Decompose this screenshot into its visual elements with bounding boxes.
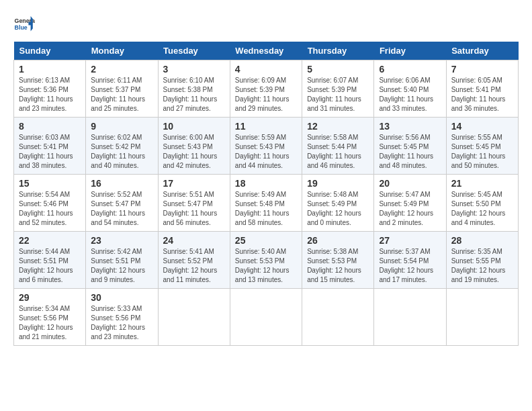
day-cell-24: 24Sunrise: 5:41 AMSunset: 5:52 PMDayligh… — [158, 232, 230, 289]
day-number: 4 — [235, 64, 297, 75]
day-info: Sunrise: 6:13 AMSunset: 5:36 PMDaylight:… — [19, 76, 81, 113]
day-info: Sunrise: 6:11 AMSunset: 5:37 PMDaylight:… — [91, 76, 152, 113]
day-number: 28 — [451, 235, 513, 246]
day-number: 22 — [19, 235, 81, 246]
day-cell-23: 23Sunrise: 5:42 AMSunset: 5:51 PMDayligh… — [86, 232, 158, 289]
day-cell-10: 10Sunrise: 6:00 AMSunset: 5:43 PMDayligh… — [158, 118, 230, 175]
day-number: 15 — [19, 178, 81, 189]
day-number: 19 — [307, 178, 369, 189]
day-cell-18: 18Sunrise: 5:49 AMSunset: 5:48 PMDayligh… — [230, 175, 302, 232]
day-info: Sunrise: 5:45 AMSunset: 5:50 PMDaylight:… — [451, 190, 513, 228]
day-info: Sunrise: 5:54 AMSunset: 5:46 PMDaylight:… — [19, 190, 81, 228]
day-cell-15: 15Sunrise: 5:54 AMSunset: 5:46 PMDayligh… — [14, 175, 86, 232]
day-cell-20: 20Sunrise: 5:47 AMSunset: 5:49 PMDayligh… — [374, 175, 446, 232]
day-number: 5 — [307, 64, 369, 75]
day-number: 24 — [163, 235, 225, 246]
day-cell-29: 29Sunrise: 5:34 AMSunset: 5:56 PMDayligh… — [14, 289, 86, 346]
day-number: 8 — [19, 121, 81, 132]
day-cell-9: 9Sunrise: 6:02 AMSunset: 5:42 PMDaylight… — [86, 118, 158, 175]
weekday-header-monday: Monday — [86, 42, 158, 60]
day-number: 11 — [235, 121, 297, 132]
day-info: Sunrise: 5:37 AMSunset: 5:54 PMDaylight:… — [379, 247, 441, 285]
day-cell-8: 8Sunrise: 6:03 AMSunset: 5:41 PMDaylight… — [14, 118, 86, 175]
day-number: 3 — [163, 64, 225, 75]
day-number: 9 — [91, 121, 152, 132]
day-info: Sunrise: 5:42 AMSunset: 5:51 PMDaylight:… — [91, 247, 152, 285]
weekday-header-wednesday: Wednesday — [230, 42, 302, 60]
day-cell-3: 3Sunrise: 6:10 AMSunset: 5:38 PMDaylight… — [158, 60, 230, 118]
day-info: Sunrise: 5:44 AMSunset: 5:51 PMDaylight:… — [19, 247, 81, 285]
day-number: 7 — [451, 64, 513, 75]
day-cell-12: 12Sunrise: 5:58 AMSunset: 5:44 PMDayligh… — [302, 118, 374, 175]
day-number: 14 — [451, 121, 513, 132]
day-number: 26 — [307, 235, 369, 246]
empty-cell — [446, 289, 518, 346]
day-cell-1: 1Sunrise: 6:13 AMSunset: 5:36 PMDaylight… — [14, 60, 86, 118]
empty-cell — [230, 289, 302, 346]
day-info: Sunrise: 6:06 AMSunset: 5:40 PMDaylight:… — [379, 76, 441, 113]
day-cell-14: 14Sunrise: 5:55 AMSunset: 5:45 PMDayligh… — [446, 118, 518, 175]
day-cell-21: 21Sunrise: 5:45 AMSunset: 5:50 PMDayligh… — [446, 175, 518, 232]
day-info: Sunrise: 5:58 AMSunset: 5:44 PMDaylight:… — [307, 133, 369, 171]
day-cell-16: 16Sunrise: 5:52 AMSunset: 5:47 PMDayligh… — [86, 175, 158, 232]
logo: General Blue — [13, 13, 35, 35]
day-cell-26: 26Sunrise: 5:38 AMSunset: 5:53 PMDayligh… — [302, 232, 374, 289]
weekday-header-friday: Friday — [374, 42, 446, 60]
day-number: 21 — [451, 178, 513, 189]
day-number: 20 — [379, 178, 441, 189]
logo-icon: General Blue — [13, 13, 35, 35]
day-info: Sunrise: 6:09 AMSunset: 5:39 PMDaylight:… — [235, 76, 297, 113]
day-info: Sunrise: 5:41 AMSunset: 5:52 PMDaylight:… — [163, 247, 225, 285]
day-number: 17 — [163, 178, 225, 189]
day-info: Sunrise: 5:38 AMSunset: 5:53 PMDaylight:… — [307, 247, 369, 285]
day-info: Sunrise: 6:07 AMSunset: 5:39 PMDaylight:… — [307, 76, 369, 113]
day-info: Sunrise: 6:03 AMSunset: 5:41 PMDaylight:… — [19, 133, 81, 171]
day-number: 27 — [379, 235, 441, 246]
day-info: Sunrise: 5:55 AMSunset: 5:45 PMDaylight:… — [451, 133, 513, 171]
weekday-header-thursday: Thursday — [302, 42, 374, 60]
day-info: Sunrise: 5:52 AMSunset: 5:47 PMDaylight:… — [91, 190, 152, 228]
day-info: Sunrise: 5:56 AMSunset: 5:45 PMDaylight:… — [379, 133, 441, 171]
day-number: 29 — [19, 292, 81, 303]
day-number: 2 — [91, 64, 152, 75]
day-cell-11: 11Sunrise: 5:59 AMSunset: 5:43 PMDayligh… — [230, 118, 302, 175]
day-info: Sunrise: 5:40 AMSunset: 5:53 PMDaylight:… — [235, 247, 297, 285]
weekday-header-saturday: Saturday — [446, 42, 518, 60]
day-info: Sunrise: 6:00 AMSunset: 5:43 PMDaylight:… — [163, 133, 225, 171]
day-cell-27: 27Sunrise: 5:37 AMSunset: 5:54 PMDayligh… — [374, 232, 446, 289]
day-info: Sunrise: 5:51 AMSunset: 5:47 PMDaylight:… — [163, 190, 225, 228]
calendar-table: SundayMondayTuesdayWednesdayThursdayFrid… — [13, 42, 519, 346]
day-cell-7: 7Sunrise: 6:05 AMSunset: 5:41 PMDaylight… — [446, 60, 518, 118]
day-cell-13: 13Sunrise: 5:56 AMSunset: 5:45 PMDayligh… — [374, 118, 446, 175]
day-info: Sunrise: 6:05 AMSunset: 5:41 PMDaylight:… — [451, 76, 513, 113]
day-number: 13 — [379, 121, 441, 132]
day-info: Sunrise: 6:02 AMSunset: 5:42 PMDaylight:… — [91, 133, 152, 171]
day-number: 10 — [163, 121, 225, 132]
day-info: Sunrise: 5:59 AMSunset: 5:43 PMDaylight:… — [235, 133, 297, 171]
day-number: 18 — [235, 178, 297, 189]
page-header: General Blue — [13, 13, 519, 35]
day-cell-4: 4Sunrise: 6:09 AMSunset: 5:39 PMDaylight… — [230, 60, 302, 118]
empty-cell — [302, 289, 374, 346]
weekday-header-sunday: Sunday — [14, 42, 86, 60]
day-info: Sunrise: 5:48 AMSunset: 5:49 PMDaylight:… — [307, 190, 369, 228]
day-number: 23 — [91, 235, 152, 246]
day-number: 16 — [91, 178, 152, 189]
day-cell-17: 17Sunrise: 5:51 AMSunset: 5:47 PMDayligh… — [158, 175, 230, 232]
day-number: 25 — [235, 235, 297, 246]
day-cell-30: 30Sunrise: 5:33 AMSunset: 5:56 PMDayligh… — [86, 289, 158, 346]
day-info: Sunrise: 5:49 AMSunset: 5:48 PMDaylight:… — [235, 190, 297, 228]
empty-cell — [158, 289, 230, 346]
day-cell-6: 6Sunrise: 6:06 AMSunset: 5:40 PMDaylight… — [374, 60, 446, 118]
day-number: 30 — [91, 292, 152, 303]
day-number: 1 — [19, 64, 81, 75]
day-info: Sunrise: 5:47 AMSunset: 5:49 PMDaylight:… — [379, 190, 441, 228]
day-cell-2: 2Sunrise: 6:11 AMSunset: 5:37 PMDaylight… — [86, 60, 158, 118]
day-info: Sunrise: 5:34 AMSunset: 5:56 PMDaylight:… — [19, 304, 81, 342]
weekday-header-tuesday: Tuesday — [158, 42, 230, 60]
day-number: 12 — [307, 121, 369, 132]
day-cell-22: 22Sunrise: 5:44 AMSunset: 5:51 PMDayligh… — [14, 232, 86, 289]
day-number: 6 — [379, 64, 441, 75]
day-cell-5: 5Sunrise: 6:07 AMSunset: 5:39 PMDaylight… — [302, 60, 374, 118]
empty-cell — [374, 289, 446, 346]
